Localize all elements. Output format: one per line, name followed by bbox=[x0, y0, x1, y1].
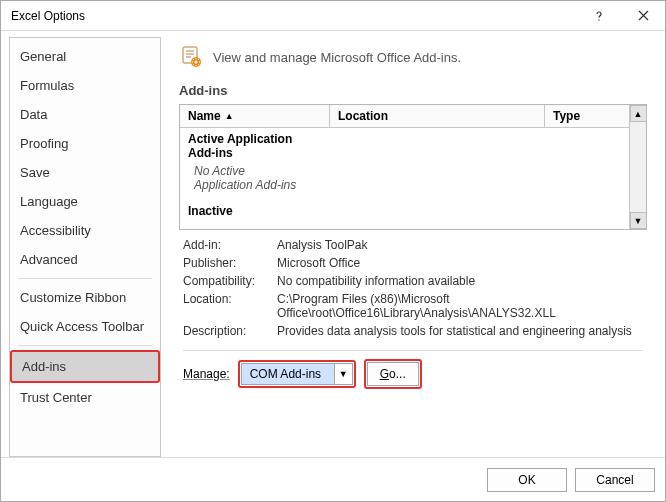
detail-label-publisher: Publisher: bbox=[183, 256, 277, 270]
window-title: Excel Options bbox=[11, 9, 577, 23]
scroll-down-icon[interactable]: ▼ bbox=[630, 212, 647, 229]
manage-row: Manage: COM Add-ins ▼ Go... bbox=[179, 357, 647, 393]
manage-dropdown-value: COM Add-ins bbox=[242, 364, 334, 384]
group-active-empty: No ActiveApplication Add-ins bbox=[180, 162, 629, 194]
go-button[interactable]: Go... bbox=[367, 362, 419, 386]
sidebar-item-proofing[interactable]: Proofing bbox=[10, 129, 160, 158]
sidebar-item-formulas[interactable]: Formulas bbox=[10, 71, 160, 100]
detail-label-location: Location: bbox=[183, 292, 277, 320]
section-heading: Add-ins bbox=[179, 73, 647, 104]
addin-details: Add-in:Analysis ToolPak Publisher:Micros… bbox=[179, 230, 647, 340]
manage-label: Manage: bbox=[183, 367, 230, 381]
dialog-footer: OK Cancel bbox=[1, 457, 665, 501]
help-button[interactable] bbox=[577, 1, 621, 31]
manage-dropdown[interactable]: COM Add-ins ▼ bbox=[241, 363, 353, 385]
column-location[interactable]: Location bbox=[330, 105, 545, 127]
category-sidebar: General Formulas Data Proofing Save Lang… bbox=[9, 37, 161, 457]
scroll-up-icon[interactable]: ▲ bbox=[630, 105, 647, 122]
table-body[interactable]: Active ApplicationAdd-ins No ActiveAppli… bbox=[180, 128, 629, 222]
group-inactive: Inactive bbox=[180, 202, 629, 220]
sidebar-item-advanced[interactable]: Advanced bbox=[10, 245, 160, 274]
titlebar: Excel Options bbox=[1, 1, 665, 31]
vertical-scrollbar[interactable]: ▲ ▼ bbox=[629, 105, 646, 229]
sidebar-item-language[interactable]: Language bbox=[10, 187, 160, 216]
separator bbox=[183, 350, 643, 351]
table-header: Name ▲ Location Type bbox=[180, 105, 629, 128]
group-active: Active ApplicationAdd-ins bbox=[180, 130, 629, 162]
cancel-button[interactable]: Cancel bbox=[575, 468, 655, 492]
detail-label-compat: Compatibility: bbox=[183, 274, 277, 288]
detail-value-publisher: Microsoft Office bbox=[277, 256, 643, 270]
detail-value-location: C:\Program Files (x86)\Microsoft Office\… bbox=[277, 292, 643, 320]
sidebar-item-qat[interactable]: Quick Access Toolbar bbox=[10, 312, 160, 341]
close-button[interactable] bbox=[621, 1, 665, 31]
sidebar-item-data[interactable]: Data bbox=[10, 100, 160, 129]
sidebar-divider bbox=[18, 278, 152, 279]
svg-point-0 bbox=[598, 19, 599, 20]
detail-value-compat: No compatibility information available bbox=[277, 274, 643, 288]
content-pane: View and manage Microsoft Office Add-ins… bbox=[161, 37, 657, 457]
addins-page-icon bbox=[179, 45, 203, 69]
column-name[interactable]: Name ▲ bbox=[180, 105, 330, 127]
svg-point-6 bbox=[194, 60, 197, 63]
sidebar-divider bbox=[18, 345, 152, 346]
system-buttons bbox=[577, 1, 665, 31]
detail-label-desc: Description: bbox=[183, 324, 277, 338]
sidebar-item-addins[interactable]: Add-ins bbox=[10, 350, 160, 383]
sidebar-item-accessibility[interactable]: Accessibility bbox=[10, 216, 160, 245]
sidebar-item-save[interactable]: Save bbox=[10, 158, 160, 187]
addins-table: Name ▲ Location Type Active ApplicationA… bbox=[179, 104, 647, 230]
sidebar-item-trust-center[interactable]: Trust Center bbox=[10, 383, 160, 412]
ok-button[interactable]: OK bbox=[487, 468, 567, 492]
sidebar-item-customize-ribbon[interactable]: Customize Ribbon bbox=[10, 283, 160, 312]
chevron-down-icon[interactable]: ▼ bbox=[334, 364, 352, 384]
detail-value-addin: Analysis ToolPak bbox=[277, 238, 643, 252]
sidebar-item-general[interactable]: General bbox=[10, 42, 160, 71]
detail-value-desc: Provides data analysis tools for statist… bbox=[277, 324, 643, 338]
page-heading: View and manage Microsoft Office Add-ins… bbox=[213, 50, 461, 65]
column-type[interactable]: Type bbox=[545, 105, 629, 127]
detail-label-addin: Add-in: bbox=[183, 238, 277, 252]
excel-options-dialog: Excel Options General Formulas Data Proo… bbox=[0, 0, 666, 502]
sort-asc-icon: ▲ bbox=[225, 111, 234, 121]
